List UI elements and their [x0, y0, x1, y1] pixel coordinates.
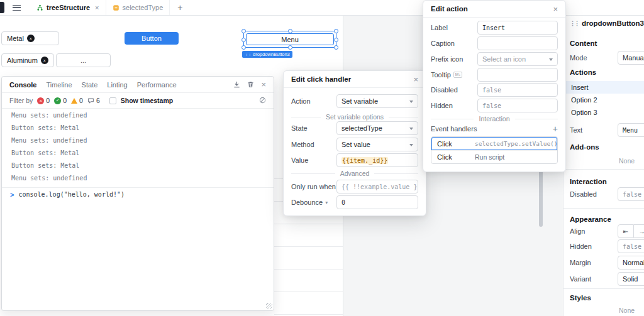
- tab-linting[interactable]: Linting: [107, 81, 127, 89]
- caption-input[interactable]: [477, 36, 558, 50]
- success-filter[interactable]: ✓ 0: [54, 97, 67, 104]
- hamburger-menu-icon[interactable]: [13, 5, 21, 11]
- align-center-button[interactable]: →: [634, 224, 644, 238]
- debounce-input[interactable]: 0: [336, 195, 418, 209]
- component-name-tag[interactable]: ⋮⋮ dropdownButton3: [242, 51, 292, 58]
- state-label: State: [291, 124, 336, 132]
- table-gridline: [274, 291, 343, 292]
- action-item-option3[interactable]: Option 3: [564, 106, 644, 119]
- resize-handle[interactable]: [288, 45, 292, 50]
- hidden-input[interactable]: false: [477, 99, 558, 112]
- label-input[interactable]: Insert: [477, 21, 558, 35]
- method-select[interactable]: Set value: [336, 138, 418, 151]
- mode-select[interactable]: Manual: [618, 51, 644, 65]
- hidden-label: Hidden: [431, 102, 477, 109]
- drag-handle-icon: ⋮⋮: [245, 51, 251, 58]
- close-tab-icon[interactable]: ×: [95, 4, 99, 11]
- action-item-option2[interactable]: Option 2: [564, 94, 644, 106]
- handler-action: selectedType.setValue(): [475, 140, 558, 147]
- warning-filter[interactable]: 0: [71, 97, 83, 104]
- action-select[interactable]: Set variable: [336, 94, 418, 108]
- command-text: console.log("hello, world!"): [18, 191, 125, 198]
- hidden-input[interactable]: false: [618, 239, 644, 253]
- success-icon: ✓: [54, 97, 61, 104]
- resize-handle[interactable]: [334, 45, 338, 50]
- aluminum-select-component[interactable]: Aluminum ×: [1, 53, 54, 67]
- tab-state[interactable]: State: [82, 81, 98, 89]
- variable-icon: [113, 4, 119, 11]
- log-entry: Menu sets: undefined: [2, 134, 274, 147]
- resize-handle[interactable]: [334, 29, 338, 33]
- button-label: Button: [142, 35, 162, 42]
- value-label: Value: [291, 156, 336, 164]
- align-left-button[interactable]: ⇤: [618, 224, 634, 238]
- drag-handle-icon: ⋮⋮: [570, 20, 579, 26]
- tab-label: treeStructure: [47, 4, 90, 11]
- clear-selection-icon[interactable]: ×: [27, 35, 35, 42]
- disabled-input[interactable]: false: [477, 83, 558, 97]
- show-timestamp-checkbox[interactable]: [109, 97, 116, 104]
- clear-selection-icon[interactable]: ×: [41, 57, 48, 64]
- menu-dropdown-button-component[interactable]: Menu: [246, 33, 334, 45]
- button-label: Menu: [281, 36, 299, 43]
- success-count: 0: [63, 97, 67, 104]
- edit-action-modal: Edit action × Label Insert Caption Prefi…: [423, 0, 566, 172]
- tab-timeline[interactable]: Timeline: [46, 81, 72, 89]
- error-filter[interactable]: × 0: [37, 97, 50, 104]
- message-count: 6: [96, 97, 100, 104]
- divider: [564, 208, 644, 209]
- resize-handle[interactable]: [242, 29, 246, 33]
- prefix-icon-select[interactable]: Select an icon: [477, 52, 558, 66]
- resize-handle[interactable]: [334, 38, 338, 42]
- metal-select-component[interactable]: Metal ×: [1, 31, 59, 45]
- tab-selectedtype[interactable]: selectedType: [106, 0, 170, 15]
- close-console-icon[interactable]: ×: [261, 80, 266, 89]
- actions-section-header: Actions: [570, 68, 644, 76]
- text-input[interactable]: Menu: [618, 123, 644, 137]
- tab-label: selectedType: [123, 4, 164, 11]
- log-entry: Button sets: Metal: [2, 147, 274, 160]
- button-component[interactable]: Button: [125, 32, 179, 45]
- tab-performance[interactable]: Performance: [137, 81, 177, 89]
- download-icon[interactable]: [233, 81, 240, 88]
- tab-console[interactable]: Console: [9, 81, 36, 89]
- resize-handle[interactable]: [242, 38, 246, 42]
- message-filter[interactable]: 6: [87, 97, 100, 104]
- only-run-when-label: Only run when: [291, 183, 336, 190]
- select-value: Metal: [7, 35, 24, 42]
- inspector-title-row: ⋮⋮ dropdownButton3: [570, 19, 644, 27]
- margin-select[interactable]: Normal: [618, 256, 644, 270]
- only-run-when-input[interactable]: {{ !!example.value }}: [336, 180, 418, 193]
- clear-filters-icon[interactable]: [259, 97, 266, 105]
- resize-grip-icon[interactable]: [266, 303, 272, 309]
- resize-handle[interactable]: [242, 45, 246, 50]
- chevron-down-icon[interactable]: ▾: [325, 200, 328, 205]
- trash-icon[interactable]: [247, 81, 254, 88]
- action-item-insert[interactable]: Insert: [564, 81, 644, 94]
- console-log-list: Menu sets: undefined Button sets: Metal …: [2, 109, 274, 185]
- state-select[interactable]: selectedType: [336, 121, 418, 135]
- event-handler-row[interactable]: Click selectedType.setValue(): [431, 137, 557, 150]
- content-section-header: Content: [570, 40, 644, 47]
- addons-section-header: Add-ons: [570, 143, 644, 151]
- close-modal-icon[interactable]: ×: [413, 75, 418, 84]
- new-tab-button[interactable]: +: [170, 3, 190, 13]
- warning-icon: [71, 98, 77, 104]
- variant-select[interactable]: Solid: [618, 272, 644, 286]
- value-input[interactable]: {{item._id}}: [336, 153, 418, 167]
- tooltip-input[interactable]: [477, 68, 558, 82]
- event-type: Click: [437, 140, 469, 148]
- error-icon: ×: [37, 97, 44, 104]
- close-modal-icon[interactable]: ×: [553, 4, 558, 14]
- disabled-input[interactable]: false: [618, 187, 644, 201]
- event-handler-row[interactable]: Click Run script: [431, 150, 557, 163]
- selected-component-outline[interactable]: Menu: [243, 31, 336, 48]
- table-gridline: [274, 269, 343, 270]
- tab-treestructure[interactable]: treeStructure ×: [30, 0, 106, 15]
- add-event-handler-button[interactable]: +: [553, 124, 558, 133]
- dots-button-component[interactable]: ...: [56, 53, 111, 67]
- table-gridline: [274, 246, 343, 247]
- component-inspector-panel: ⋮⋮ dropdownButton3 Content Mode Manual A…: [563, 16, 644, 316]
- resize-handle[interactable]: [288, 29, 292, 33]
- console-command-input[interactable]: > console.log("hello, world!"): [2, 187, 274, 201]
